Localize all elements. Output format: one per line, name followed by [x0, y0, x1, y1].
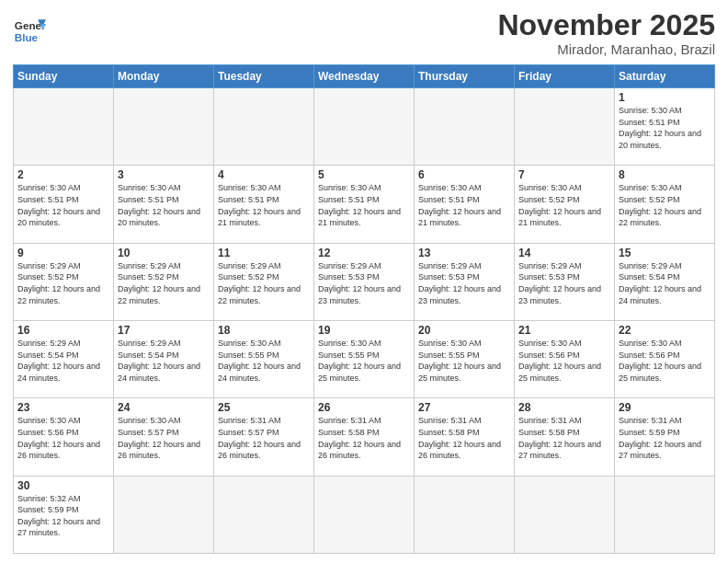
day-9: 9 Sunrise: 5:29 AM Sunset: 5:52 PM Dayli…: [14, 243, 114, 320]
day-27: 27 Sunrise: 5:31 AM Sunset: 5:58 PM Dayl…: [415, 398, 515, 476]
location-title: Mirador, Maranhao, Brazil: [497, 41, 715, 57]
day-13: 13 Sunrise: 5:29 AM Sunset: 5:53 PM Dayl…: [415, 243, 515, 320]
header: General Blue November 2025 Mirador, Mara…: [13, 9, 715, 57]
day-22: 22 Sunrise: 5:30 AM Sunset: 5:56 PM Dayl…: [615, 321, 715, 398]
empty-cell: [14, 88, 114, 166]
day-6: 6 Sunrise: 5:30 AM Sunset: 5:51 PM Dayli…: [415, 166, 515, 243]
logo-icon: General Blue: [13, 13, 46, 46]
day-24: 24 Sunrise: 5:30 AM Sunset: 5:57 PM Dayl…: [114, 398, 214, 476]
empty-cell: [214, 88, 314, 166]
day-15: 15 Sunrise: 5:29 AM Sunset: 5:54 PM Dayl…: [615, 243, 715, 320]
calendar-table: Sunday Monday Tuesday Wednesday Thursday…: [13, 64, 715, 554]
month-title: November 2025: [497, 9, 715, 41]
day-21: 21 Sunrise: 5:30 AM Sunset: 5:56 PM Dayl…: [515, 321, 615, 398]
svg-text:Blue: Blue: [15, 31, 39, 43]
week-row-5: 23 Sunrise: 5:30 AM Sunset: 5:56 PM Dayl…: [14, 398, 715, 476]
empty-cell: [214, 476, 314, 553]
week-row-4: 16 Sunrise: 5:29 AM Sunset: 5:54 PM Dayl…: [14, 321, 715, 398]
day-14: 14 Sunrise: 5:29 AM Sunset: 5:53 PM Dayl…: [515, 243, 615, 320]
day-26: 26 Sunrise: 5:31 AM Sunset: 5:58 PM Dayl…: [314, 398, 415, 476]
empty-cell: [515, 476, 615, 553]
day-3: 3 Sunrise: 5:30 AM Sunset: 5:51 PM Dayli…: [114, 166, 214, 243]
day-4: 4 Sunrise: 5:30 AM Sunset: 5:51 PM Dayli…: [214, 166, 314, 243]
empty-cell: [415, 476, 515, 553]
week-row-6: 30 Sunrise: 5:32 AM Sunset: 5:59 PM Dayl…: [14, 476, 715, 553]
day-29: 29 Sunrise: 5:31 AM Sunset: 5:59 PM Dayl…: [615, 398, 715, 476]
day-1: 1 Sunrise: 5:30 AM Sunset: 5:51 PM Dayli…: [615, 88, 715, 166]
day-25: 25 Sunrise: 5:31 AM Sunset: 5:57 PM Dayl…: [214, 398, 314, 476]
day-2: 2 Sunrise: 5:30 AM Sunset: 5:51 PM Dayli…: [14, 166, 114, 243]
day-30: 30 Sunrise: 5:32 AM Sunset: 5:59 PM Dayl…: [14, 476, 114, 553]
day-5: 5 Sunrise: 5:30 AM Sunset: 5:51 PM Dayli…: [314, 166, 415, 243]
empty-cell: [114, 88, 214, 166]
day-20: 20 Sunrise: 5:30 AM Sunset: 5:55 PM Dayl…: [415, 321, 515, 398]
empty-cell: [314, 88, 415, 166]
week-row-2: 2 Sunrise: 5:30 AM Sunset: 5:51 PM Dayli…: [14, 166, 715, 243]
day-18: 18 Sunrise: 5:30 AM Sunset: 5:55 PM Dayl…: [214, 321, 314, 398]
day-23: 23 Sunrise: 5:30 AM Sunset: 5:56 PM Dayl…: [14, 398, 114, 476]
header-friday: Friday: [515, 65, 615, 88]
header-thursday: Thursday: [415, 65, 515, 88]
day-10: 10 Sunrise: 5:29 AM Sunset: 5:52 PM Dayl…: [114, 243, 214, 320]
day-7: 7 Sunrise: 5:30 AM Sunset: 5:52 PM Dayli…: [515, 166, 615, 243]
header-tuesday: Tuesday: [214, 65, 314, 88]
day-12: 12 Sunrise: 5:29 AM Sunset: 5:53 PM Dayl…: [314, 243, 415, 320]
day-16: 16 Sunrise: 5:29 AM Sunset: 5:54 PM Dayl…: [14, 321, 114, 398]
logo: General Blue: [13, 13, 46, 46]
day-28: 28 Sunrise: 5:31 AM Sunset: 5:58 PM Dayl…: [515, 398, 615, 476]
header-monday: Monday: [114, 65, 214, 88]
week-row-1: 1 Sunrise: 5:30 AM Sunset: 5:51 PM Dayli…: [14, 88, 715, 166]
empty-cell: [615, 476, 715, 553]
day-17: 17 Sunrise: 5:29 AM Sunset: 5:54 PM Dayl…: [114, 321, 214, 398]
day-8: 8 Sunrise: 5:30 AM Sunset: 5:52 PM Dayli…: [615, 166, 715, 243]
header-wednesday: Wednesday: [314, 65, 415, 88]
title-block: November 2025 Mirador, Maranhao, Brazil: [497, 9, 715, 57]
empty-cell: [114, 476, 214, 553]
empty-cell: [314, 476, 415, 553]
week-row-3: 9 Sunrise: 5:29 AM Sunset: 5:52 PM Dayli…: [14, 243, 715, 320]
day-19: 19 Sunrise: 5:30 AM Sunset: 5:55 PM Dayl…: [314, 321, 415, 398]
header-sunday: Sunday: [14, 65, 114, 88]
weekday-header-row: Sunday Monday Tuesday Wednesday Thursday…: [14, 65, 715, 88]
day-11: 11 Sunrise: 5:29 AM Sunset: 5:52 PM Dayl…: [214, 243, 314, 320]
header-saturday: Saturday: [615, 65, 715, 88]
empty-cell: [515, 88, 615, 166]
empty-cell: [415, 88, 515, 166]
page: General Blue November 2025 Mirador, Mara…: [0, 0, 728, 563]
